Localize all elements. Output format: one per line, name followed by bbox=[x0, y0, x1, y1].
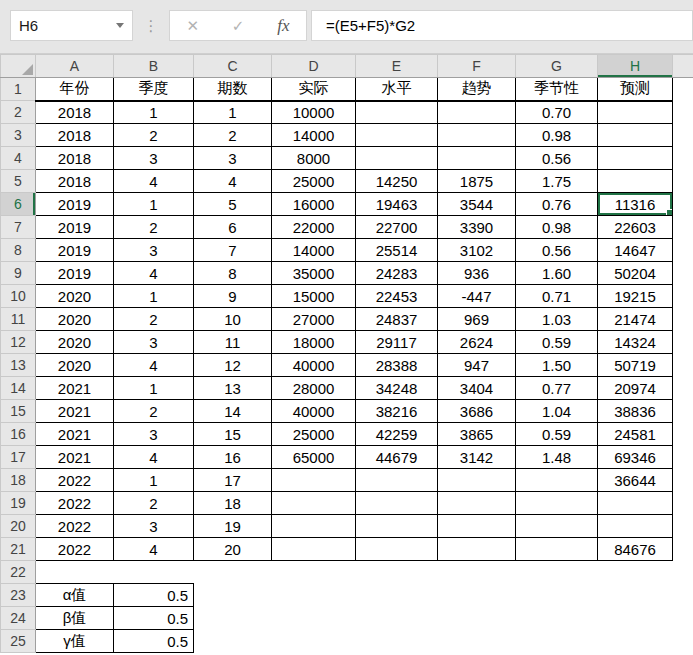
cell-D4[interactable]: 8000 bbox=[272, 147, 356, 170]
cell-G8[interactable]: 0.56 bbox=[516, 239, 598, 262]
cell-E15[interactable]: 38216 bbox=[356, 400, 438, 423]
cell-D17[interactable]: 65000 bbox=[272, 446, 356, 469]
cell-F24[interactable] bbox=[438, 607, 516, 630]
cell-D10[interactable]: 15000 bbox=[272, 285, 356, 308]
cell-H4[interactable] bbox=[598, 147, 673, 170]
cell-C5[interactable]: 4 bbox=[194, 170, 272, 193]
cell-B18[interactable]: 1 bbox=[114, 469, 194, 492]
cell-B10[interactable]: 1 bbox=[114, 285, 194, 308]
cell-E23[interactable] bbox=[356, 584, 438, 607]
cell-C12[interactable]: 11 bbox=[194, 331, 272, 354]
cell-H8[interactable]: 14647 bbox=[598, 239, 673, 262]
cell-F9[interactable]: 936 bbox=[438, 262, 516, 285]
cell-A2[interactable]: 2018 bbox=[36, 101, 114, 124]
cell-B15[interactable]: 2 bbox=[114, 400, 194, 423]
cell-E7[interactable]: 22700 bbox=[356, 216, 438, 239]
cell-F12[interactable]: 2624 bbox=[438, 331, 516, 354]
fill-handle[interactable] bbox=[666, 209, 672, 215]
cell-H13[interactable]: 50719 bbox=[598, 354, 673, 377]
cell-A16[interactable]: 2021 bbox=[36, 423, 114, 446]
column-header-G[interactable]: G bbox=[516, 55, 598, 78]
cell-C21[interactable]: 20 bbox=[194, 538, 272, 561]
row-header-20[interactable]: 20 bbox=[1, 515, 36, 538]
cell-H10[interactable]: 19215 bbox=[598, 285, 673, 308]
cell-B12[interactable]: 3 bbox=[114, 331, 194, 354]
cell-E8[interactable]: 25514 bbox=[356, 239, 438, 262]
cell-D7[interactable]: 22000 bbox=[272, 216, 356, 239]
cell-C6[interactable]: 5 bbox=[194, 193, 272, 216]
cell-H9[interactable]: 50204 bbox=[598, 262, 673, 285]
column-header-F[interactable]: F bbox=[438, 55, 516, 78]
cell-E3[interactable] bbox=[356, 124, 438, 147]
column-header-B[interactable]: B bbox=[114, 55, 194, 78]
cell-H20[interactable] bbox=[598, 515, 673, 538]
cell-B2[interactable]: 1 bbox=[114, 101, 194, 124]
row-header-11[interactable]: 11 bbox=[1, 308, 36, 331]
cell-C14[interactable]: 13 bbox=[194, 377, 272, 400]
cell-E21[interactable] bbox=[356, 538, 438, 561]
cell-E5[interactable]: 14250 bbox=[356, 170, 438, 193]
row-header-25[interactable]: 25 bbox=[1, 630, 36, 653]
cell-A20[interactable]: 2022 bbox=[36, 515, 114, 538]
cell-B7[interactable]: 2 bbox=[114, 216, 194, 239]
cell-A15[interactable]: 2021 bbox=[36, 400, 114, 423]
cell-B8[interactable]: 3 bbox=[114, 239, 194, 262]
cell-G10[interactable]: 0.71 bbox=[516, 285, 598, 308]
cell-B13[interactable]: 4 bbox=[114, 354, 194, 377]
row-header-14[interactable]: 14 bbox=[1, 377, 36, 400]
cell-H6[interactable]: 11316 bbox=[598, 193, 673, 216]
cell-A10[interactable]: 2020 bbox=[36, 285, 114, 308]
name-box[interactable]: H6 bbox=[10, 10, 133, 41]
cell-A4[interactable]: 2018 bbox=[36, 147, 114, 170]
row-header-9[interactable]: 9 bbox=[1, 262, 36, 285]
cell-G12[interactable]: 0.59 bbox=[516, 331, 598, 354]
cell-G13[interactable]: 1.50 bbox=[516, 354, 598, 377]
cell-C17[interactable]: 16 bbox=[194, 446, 272, 469]
cell-A6[interactable]: 2019 bbox=[36, 193, 114, 216]
cell-A18[interactable]: 2022 bbox=[36, 469, 114, 492]
cell-A12[interactable]: 2020 bbox=[36, 331, 114, 354]
column-header-C[interactable]: C bbox=[194, 55, 272, 78]
cell-E6[interactable]: 19463 bbox=[356, 193, 438, 216]
row-header-8[interactable]: 8 bbox=[1, 239, 36, 262]
enter-icon[interactable]: ✓ bbox=[232, 17, 245, 35]
row-header-7[interactable]: 7 bbox=[1, 216, 36, 239]
cell-D20[interactable] bbox=[272, 515, 356, 538]
cell-F2[interactable] bbox=[438, 101, 516, 124]
cell-B1[interactable]: 季度 bbox=[114, 78, 194, 101]
cell-B16[interactable]: 3 bbox=[114, 423, 194, 446]
cell-C18[interactable]: 17 bbox=[194, 469, 272, 492]
cell-D1[interactable]: 实际 bbox=[272, 78, 356, 101]
cell-B4[interactable]: 3 bbox=[114, 147, 194, 170]
cell-E18[interactable] bbox=[356, 469, 438, 492]
cell-F14[interactable]: 3404 bbox=[438, 377, 516, 400]
cell-C7[interactable]: 6 bbox=[194, 216, 272, 239]
cell-G23[interactable] bbox=[516, 584, 598, 607]
cell-A21[interactable]: 2022 bbox=[36, 538, 114, 561]
cell-B5[interactable]: 4 bbox=[114, 170, 194, 193]
cell-D14[interactable]: 28000 bbox=[272, 377, 356, 400]
column-header-D[interactable]: D bbox=[272, 55, 356, 78]
cell-D12[interactable]: 18000 bbox=[272, 331, 356, 354]
cell-E2[interactable] bbox=[356, 101, 438, 124]
cell-A9[interactable]: 2019 bbox=[36, 262, 114, 285]
cell-G19[interactable] bbox=[516, 492, 598, 515]
cell-F20[interactable] bbox=[438, 515, 516, 538]
cell-C4[interactable]: 3 bbox=[194, 147, 272, 170]
cell-B17[interactable]: 4 bbox=[114, 446, 194, 469]
cell-F10[interactable]: -447 bbox=[438, 285, 516, 308]
cell-F15[interactable]: 3686 bbox=[438, 400, 516, 423]
cell-F3[interactable] bbox=[438, 124, 516, 147]
row-header-5[interactable]: 5 bbox=[1, 170, 36, 193]
cell-H12[interactable]: 14324 bbox=[598, 331, 673, 354]
row-header-3[interactable]: 3 bbox=[1, 124, 36, 147]
cell-D9[interactable]: 35000 bbox=[272, 262, 356, 285]
row-header-15[interactable]: 15 bbox=[1, 400, 36, 423]
cell-D19[interactable] bbox=[272, 492, 356, 515]
cell-G18[interactable] bbox=[516, 469, 598, 492]
row-header-6[interactable]: 6 bbox=[1, 193, 36, 216]
cell-G9[interactable]: 1.60 bbox=[516, 262, 598, 285]
cell-E16[interactable]: 42259 bbox=[356, 423, 438, 446]
row-header-24[interactable]: 24 bbox=[1, 607, 36, 630]
row-header-18[interactable]: 18 bbox=[1, 469, 36, 492]
